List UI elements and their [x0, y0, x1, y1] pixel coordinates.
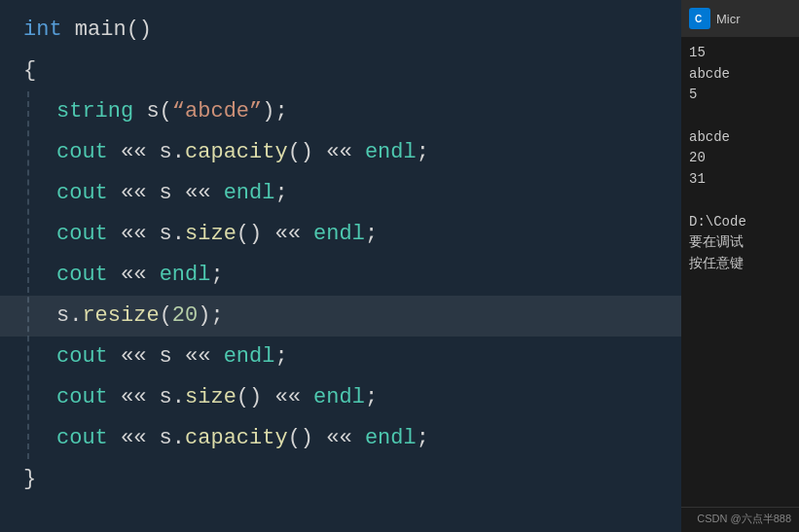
code-text: ; — [417, 132, 429, 173]
cout-kw: cout — [56, 337, 108, 377]
endl-kw: endl — [224, 337, 275, 377]
keyword-int: int — [23, 10, 62, 51]
code-line: cout «« endl ; — [0, 255, 681, 296]
endl-kw: endl — [313, 377, 365, 418]
line-content: cout «« s. size () «« endl ; — [49, 377, 378, 418]
code-text: s. — [56, 296, 82, 337]
code-text: ; — [210, 255, 223, 296]
code-text: () «« — [288, 132, 365, 173]
code-line: cout «« s. size () «« endl ; — [0, 377, 681, 418]
cout-kw: cout — [56, 255, 108, 296]
code-line: cout «« s. capacity () «« endl ; — [0, 132, 681, 173]
code-text — [62, 10, 75, 51]
cout-kw: cout — [56, 173, 108, 214]
code-line: { — [0, 51, 681, 91]
code-line-highlighted: s. resize ( 20 ); — [0, 296, 681, 337]
code-line: cout «« s. size () «« endl ; — [0, 214, 681, 255]
code-text: «« — [108, 255, 160, 296]
endl-kw: endl — [160, 255, 211, 296]
code-text: ); — [198, 296, 223, 337]
line-content: cout «« endl ; — [49, 255, 224, 296]
code-text: ; — [274, 337, 287, 377]
endl-kw: endl — [365, 418, 417, 459]
code-text: s( — [133, 91, 172, 132]
func-size: size — [185, 214, 236, 255]
cout-kw: cout — [56, 132, 108, 173]
func-capacity: capacity — [185, 132, 288, 173]
cout-kw: cout — [56, 214, 108, 255]
type-string: string — [56, 91, 133, 132]
code-line: cout «« s «« endl ; — [0, 337, 681, 377]
line-content: int main () — [6, 10, 152, 51]
line-content: cout «« s. size () «« endl ; — [49, 214, 378, 255]
func-size2: size — [185, 377, 236, 418]
endl-kw: endl — [224, 173, 275, 214]
string-literal: “abcde” — [172, 91, 262, 132]
code-text: () «« — [288, 418, 365, 459]
svg-text:C: C — [695, 14, 702, 24]
line-content: cout «« s. capacity () «« endl ; — [49, 132, 429, 173]
terminal-title: Micr — [716, 12, 741, 26]
code-text: «« s. — [108, 214, 185, 255]
brace-close: } — [23, 459, 36, 500]
terminal-header: C Micr — [681, 0, 799, 37]
code-text: ); — [262, 91, 287, 132]
code-text: () «« — [236, 214, 313, 255]
code-editor: int main () { string s( “abcde” ); — [0, 0, 681, 532]
code-text: «« s «« — [108, 337, 224, 377]
line-content: string s( “abcde” ); — [49, 91, 288, 132]
line-content: cout «« s «« endl ; — [49, 337, 288, 377]
func-resize: resize — [82, 296, 159, 337]
code-text: «« s «« — [108, 173, 224, 214]
code-text: () «« — [236, 377, 313, 418]
terminal-app-icon: C — [689, 8, 710, 29]
line-content: cout «« s «« endl ; — [49, 173, 288, 214]
code-text: «« s. — [108, 418, 185, 459]
code-text: «« s. — [108, 377, 185, 418]
code-line: } — [0, 459, 681, 500]
brace-open: { — [23, 51, 36, 91]
func-name: main — [75, 10, 127, 51]
code-area: int main () { string s( “abcde” ); — [0, 0, 681, 510]
code-line: string s( “abcde” ); — [0, 91, 681, 132]
terminal-footer: CSDN @六点半888 — [681, 507, 799, 532]
code-text: ; — [417, 418, 429, 459]
code-line: cout «« s. capacity () «« endl ; — [0, 418, 681, 459]
csdn-watermark: CSDN @六点半888 — [689, 512, 791, 526]
code-text: ; — [365, 377, 378, 418]
number-literal: 20 — [172, 296, 198, 337]
endl-kw: endl — [365, 132, 417, 173]
func-capacity2: capacity — [185, 418, 288, 459]
line-content: s. resize ( 20 ); — [49, 296, 224, 337]
terminal-output: 15 abcde 5 abcde 20 31 D:\Code 要在调试 按任意键 — [689, 43, 791, 275]
terminal-body: 15 abcde 5 abcde 20 31 D:\Code 要在调试 按任意键 — [681, 37, 799, 507]
code-text: ( — [160, 296, 172, 337]
cout-kw: cout — [56, 377, 108, 418]
code-line: cout «« s «« endl ; — [0, 173, 681, 214]
line-content: cout «« s. capacity () «« endl ; — [49, 418, 429, 459]
line-content: { — [6, 51, 36, 91]
code-text: ; — [365, 214, 378, 255]
line-content: } — [6, 459, 36, 500]
code-text: ; — [274, 173, 287, 214]
terminal-panel: C Micr 15 abcde 5 abcde 20 31 D:\Code 要在… — [681, 0, 799, 532]
code-text: «« s. — [108, 132, 185, 173]
paren: () — [127, 10, 152, 51]
code-line: int main () — [0, 10, 681, 51]
cout-kw: cout — [56, 418, 108, 459]
endl-kw: endl — [313, 214, 365, 255]
